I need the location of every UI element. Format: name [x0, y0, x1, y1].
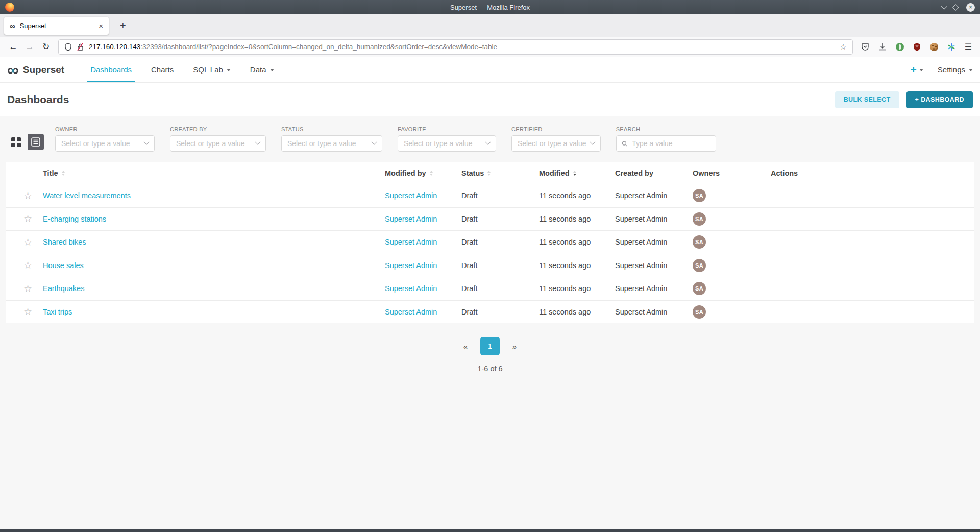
new-tab-button[interactable]: +: [116, 20, 130, 32]
modified-cell: 11 seconds ago: [539, 215, 615, 223]
search-filter: SEARCH: [616, 126, 716, 152]
tab-close-icon[interactable]: ×: [99, 21, 103, 30]
filter-select[interactable]: Select or type a value: [511, 135, 601, 152]
column-header-title[interactable]: Title: [35, 169, 385, 177]
brand-name: Superset: [23, 64, 64, 76]
window-maximize-icon[interactable]: [952, 4, 959, 11]
owner-avatar[interactable]: SA: [693, 212, 706, 226]
settings-label: Settings: [938, 65, 965, 74]
back-icon[interactable]: ←: [5, 39, 21, 55]
table-row: ☆ Shared bikes Superset Admin Draft 11 s…: [6, 230, 974, 254]
status-cell: Draft: [461, 308, 539, 316]
caret-down-icon: [919, 69, 923, 71]
cookie-extension-icon[interactable]: [930, 43, 938, 51]
navbar-menu: Dashboards Charts SQL Lab Data: [81, 57, 283, 82]
owner-avatar[interactable]: SA: [693, 189, 706, 202]
dashboard-title-link[interactable]: Earthquakes: [43, 284, 84, 293]
window-titlebar: Superset — Mozilla Firefox ×: [0, 0, 980, 14]
chevron-down-icon: [485, 139, 491, 145]
status-cell: Draft: [461, 238, 539, 246]
nav-item-label: SQL Lab: [193, 65, 223, 74]
pocket-icon[interactable]: [861, 43, 869, 51]
bulk-select-button[interactable]: BULK SELECT: [835, 91, 899, 108]
pagination-next-button[interactable]: »: [506, 337, 523, 355]
modified-cell: 11 seconds ago: [539, 261, 615, 270]
chevron-down-icon: [590, 139, 595, 145]
sort-icon: [430, 171, 433, 176]
extension-green-icon[interactable]: [896, 43, 904, 51]
navbar-item-data[interactable]: Data: [240, 57, 284, 82]
modified-by-link[interactable]: Superset Admin: [385, 284, 437, 293]
page-header: Dashboards BULK SELECT + DASHBOARD: [0, 83, 980, 116]
navbar-item-dashboards[interactable]: Dashboards: [81, 57, 141, 82]
column-header-status[interactable]: Status: [461, 169, 539, 177]
filter-group-certified: CERTIFIED Select or type a value: [511, 126, 601, 152]
url-bar[interactable]: 217.160.120.143:32393/dashboard/list/?pa…: [58, 39, 853, 55]
ublock-shield-icon[interactable]: [913, 43, 921, 51]
pagination-prev-button[interactable]: «: [457, 337, 474, 355]
owner-avatar[interactable]: SA: [693, 235, 706, 249]
tracking-shield-icon[interactable]: [64, 43, 72, 51]
favorite-star-icon[interactable]: ☆: [23, 260, 32, 271]
list-view-toggle-icon[interactable]: [28, 134, 44, 150]
modified-by-link[interactable]: Superset Admin: [385, 261, 437, 270]
window-title: Superset — Mozilla Firefox: [0, 4, 980, 11]
filter-select-placeholder: Select or type a value: [287, 139, 356, 148]
column-header-label: Modified by: [385, 169, 426, 177]
colorful-asterisk-extension-icon[interactable]: [947, 43, 955, 51]
favorite-star-icon[interactable]: ☆: [23, 283, 32, 294]
modified-cell: 11 seconds ago: [539, 284, 615, 293]
forward-icon: →: [21, 39, 38, 55]
filter-select-placeholder: Select or type a value: [404, 139, 473, 148]
status-cell: Draft: [461, 215, 539, 223]
new-item-plus-button[interactable]: +: [911, 64, 923, 75]
settings-menu[interactable]: Settings: [938, 65, 973, 74]
modified-by-link[interactable]: Superset Admin: [385, 238, 437, 246]
modified-by-link[interactable]: Superset Admin: [385, 191, 437, 200]
new-dashboard-button[interactable]: + DASHBOARD: [906, 91, 973, 108]
favorite-star-icon[interactable]: ☆: [23, 213, 32, 224]
owner-avatar[interactable]: SA: [693, 282, 706, 295]
owner-avatar[interactable]: SA: [693, 259, 706, 272]
dashboards-table: Title Modified by Status Modified Create…: [6, 162, 974, 323]
modified-by-link[interactable]: Superset Admin: [385, 215, 437, 223]
window-close-icon[interactable]: ×: [966, 3, 975, 12]
browser-tab-superset[interactable]: ∞ Superset ×: [4, 17, 109, 35]
favorite-star-icon[interactable]: ☆: [23, 237, 32, 248]
dashboard-title-link[interactable]: Water level measurements: [43, 191, 131, 200]
filter-select[interactable]: Select or type a value: [281, 135, 382, 152]
column-header-modified[interactable]: Modified: [539, 169, 615, 177]
dashboard-title-link[interactable]: E-charging stations: [43, 215, 106, 223]
table-row: ☆ E-charging stations Superset Admin Dra…: [6, 207, 974, 231]
column-header-owners: Owners: [693, 169, 771, 177]
filter-select[interactable]: Select or type a value: [170, 135, 266, 152]
dashboard-title-link[interactable]: Taxi trips: [43, 308, 72, 316]
navbar-item-sql-lab[interactable]: SQL Lab: [183, 57, 240, 82]
window-minimize-icon[interactable]: [941, 3, 947, 10]
menu-hamburger-icon[interactable]: ☰: [965, 43, 972, 51]
column-header-label: Status: [461, 169, 484, 177]
reload-icon[interactable]: ↻: [38, 39, 54, 55]
dashboard-title-link[interactable]: Shared bikes: [43, 238, 86, 246]
downloads-icon[interactable]: [878, 43, 887, 51]
column-header-actions: Actions: [771, 169, 974, 177]
superset-brand[interactable]: ∞ Superset: [7, 57, 64, 82]
dashboard-title-link[interactable]: House sales: [43, 261, 84, 270]
column-header-modified-by[interactable]: Modified by: [385, 169, 461, 177]
table-header-row: Title Modified by Status Modified Create…: [6, 162, 974, 184]
favorite-star-icon[interactable]: ☆: [23, 190, 32, 201]
search-input[interactable]: [631, 139, 710, 148]
tab-title: Superset: [20, 22, 46, 30]
favorite-star-icon[interactable]: ☆: [23, 306, 32, 317]
card-view-toggle-icon[interactable]: [11, 137, 21, 147]
owner-avatar[interactable]: SA: [693, 305, 706, 319]
navbar-item-charts[interactable]: Charts: [141, 57, 183, 82]
insecure-lock-icon[interactable]: [77, 43, 84, 51]
bookmark-star-icon[interactable]: ☆: [840, 42, 846, 52]
superset-favicon-icon: ∞: [10, 22, 15, 30]
filter-select[interactable]: Select or type a value: [55, 135, 155, 152]
pagination-page-1-button[interactable]: 1: [480, 337, 500, 355]
modified-by-link[interactable]: Superset Admin: [385, 308, 437, 316]
filter-select[interactable]: Select or type a value: [398, 135, 496, 152]
table-row: ☆ Taxi trips Superset Admin Draft 11 sec…: [6, 300, 974, 324]
